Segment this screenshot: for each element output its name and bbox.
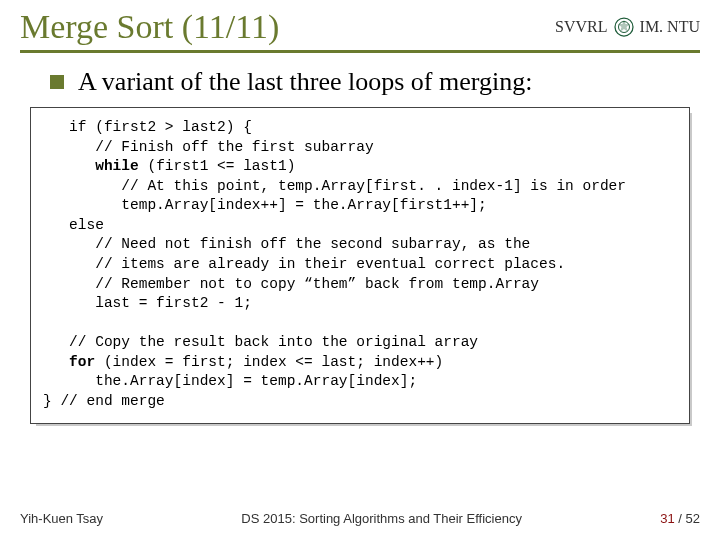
bullet-item: A variant of the last three loops of mer… [50, 67, 700, 97]
code-line: the.Array[index] = temp.Array[index]; [43, 373, 417, 389]
code-line: // Finish off the first subarray [43, 139, 374, 155]
code-line: else [43, 217, 104, 233]
code-line: last = first2 - 1; [43, 295, 252, 311]
code-line: (index = first; index <= last; index++) [95, 354, 443, 370]
slide-footer: Yih-Kuen Tsay DS 2015: Sorting Algorithm… [20, 511, 700, 526]
ntu-logo-icon [614, 17, 634, 37]
code-block: if (first2 > last2) { // Finish off the … [30, 107, 690, 424]
page-current: 31 [660, 511, 674, 526]
footer-pagenum: 31 / 52 [660, 511, 700, 526]
code-line: // Need not finish off the second subarr… [43, 236, 530, 252]
bullet-text: A variant of the last three loops of mer… [78, 67, 532, 97]
page-sep: / [675, 511, 686, 526]
footer-course: DS 2015: Sorting Algorithms and Their Ef… [103, 511, 660, 526]
code-line: } // end merge [43, 393, 165, 409]
code-line: // Copy the result back into the origina… [43, 334, 478, 350]
org-name: IM. NTU [640, 18, 700, 36]
slide: Merge Sort (11/11) SVVRL IM. NTU A varia… [0, 0, 720, 540]
code-content: if (first2 > last2) { // Finish off the … [30, 107, 690, 424]
code-line: temp.Array[index++] = the.Array[first1++… [43, 197, 487, 213]
square-bullet-icon [50, 75, 64, 89]
code-keyword: while [95, 158, 139, 174]
page-total: 52 [686, 511, 700, 526]
slide-header: Merge Sort (11/11) SVVRL IM. NTU [20, 0, 700, 50]
code-line: if (first2 > last2) { [43, 119, 252, 135]
page-title: Merge Sort (11/11) [20, 8, 279, 46]
title-underline [20, 50, 700, 53]
code-line: // At this point, temp.Array[first. . in… [43, 178, 626, 194]
lab-name: SVVRL [555, 18, 607, 36]
code-line [43, 354, 69, 370]
code-keyword: for [69, 354, 95, 370]
code-line: // items are already in their eventual c… [43, 256, 565, 272]
code-line: // Remember not to copy “them” back from… [43, 276, 539, 292]
footer-author: Yih-Kuen Tsay [20, 511, 103, 526]
code-line: (first1 <= last1) [139, 158, 296, 174]
org-label: SVVRL IM. NTU [555, 17, 700, 37]
code-line [43, 158, 95, 174]
